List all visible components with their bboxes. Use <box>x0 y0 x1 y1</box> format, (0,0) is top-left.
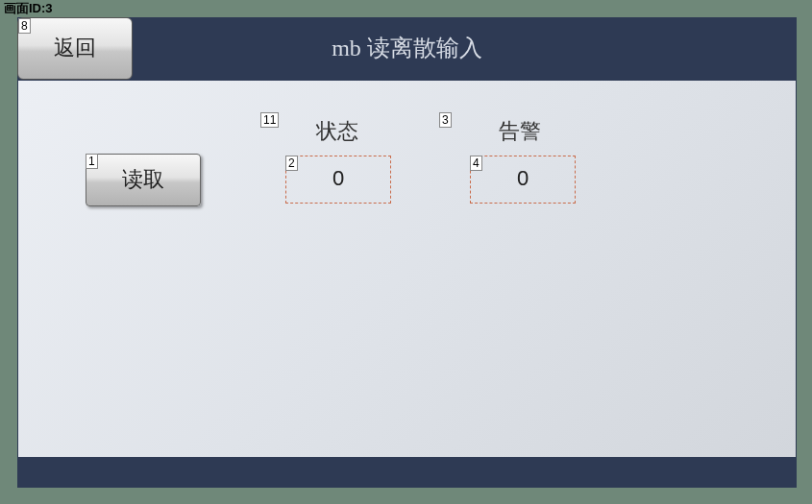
header-bar: 8 返回 mb 读离散输入 <box>17 17 797 80</box>
alarm-label: 告警 <box>499 117 541 146</box>
page-title: mb 读离散输入 <box>17 33 797 63</box>
alarm-value-box[interactable]: 0 <box>470 156 576 204</box>
alarm-value: 0 <box>517 166 529 190</box>
footer-bar <box>17 458 797 488</box>
tag-status-label: 11 <box>260 112 279 128</box>
tag-alarm-box: 4 <box>470 156 482 171</box>
status-value: 0 <box>332 166 344 190</box>
page-id-label: 画面ID:3 <box>4 0 53 17</box>
content-panel: 11 状态 3 告警 1 读取 2 0 4 0 <box>17 80 797 458</box>
main-window: 8 返回 mb 读离散输入 11 状态 3 告警 1 读取 2 0 4 0 <box>17 17 797 488</box>
status-label: 状态 <box>316 117 358 146</box>
tag-alarm-label: 3 <box>439 112 452 128</box>
tag-read-btn: 1 <box>86 154 98 169</box>
status-value-box[interactable]: 0 <box>285 156 391 204</box>
tag-status-box: 2 <box>285 156 298 171</box>
read-button[interactable]: 读取 <box>86 154 201 206</box>
tag-back: 8 <box>18 18 31 34</box>
read-button-label: 读取 <box>122 167 164 191</box>
